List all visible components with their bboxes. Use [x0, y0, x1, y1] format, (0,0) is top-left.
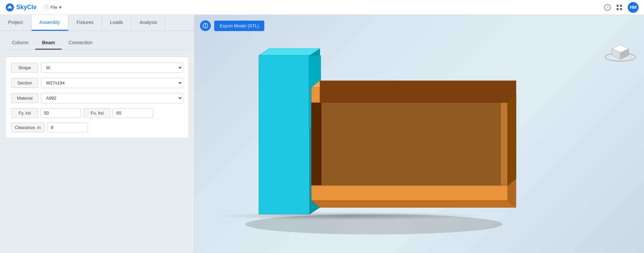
svg-marker-8: [205, 24, 206, 26]
svg-marker-17: [259, 49, 320, 55]
tab-project[interactable]: Project: [0, 15, 31, 31]
tab-loads[interactable]: Loads: [102, 15, 131, 31]
material-row: Material A992 A36 A500: [11, 93, 183, 103]
svg-marker-25: [320, 81, 516, 103]
section-select[interactable]: W27x194 W24x162 W21x132: [41, 78, 183, 88]
compass-button[interactable]: [200, 20, 211, 31]
apps-button[interactable]: [616, 4, 622, 10]
avatar-initials: HM: [630, 5, 637, 10]
tab-fixtures[interactable]: Fixtures: [68, 15, 102, 31]
fy-group: Fy, ksi: [11, 108, 81, 118]
svg-marker-27: [311, 201, 516, 207]
svg-text:?: ?: [606, 5, 608, 9]
shape-row: Shape W S HP C: [11, 62, 183, 73]
sub-tab-connection[interactable]: Connection: [62, 36, 99, 50]
clearance-label: Clearance, in: [11, 123, 45, 132]
file-menu-label: File: [50, 5, 58, 10]
clearance-row: Clearance, in: [11, 123, 183, 132]
material-label: Material: [11, 93, 38, 103]
nav-left: SkyCiv 📄 File ▾: [5, 3, 62, 12]
cube-nav-svg: [603, 35, 637, 69]
clearance-input[interactable]: [47, 123, 88, 132]
sub-tab-bar: Column Beam Connection: [5, 36, 189, 50]
file-icon: 📄: [43, 5, 49, 10]
file-menu[interactable]: 📄 File ▾: [43, 5, 62, 10]
cube-nav-widget[interactable]: [603, 35, 630, 62]
material-select[interactable]: A992 A36 A500: [41, 93, 183, 103]
svg-marker-9: [205, 26, 206, 28]
top-nav: SkyCiv 📄 File ▾ ? HM: [0, 0, 644, 15]
svg-rect-6: [620, 8, 622, 10]
svg-rect-15: [259, 55, 310, 214]
svg-rect-26: [311, 185, 508, 201]
shape-label: Shape: [11, 63, 38, 73]
fy-label: Fy, ksi: [11, 108, 38, 118]
3d-viewport: Export Model (STL): [195, 15, 644, 253]
skyciv-logo-icon: [5, 3, 14, 12]
sub-tab-column[interactable]: Column: [5, 36, 35, 50]
svg-rect-5: [617, 8, 619, 10]
svg-rect-3: [617, 5, 619, 7]
svg-point-14: [245, 214, 503, 234]
logo-text: SkyCiv: [16, 4, 37, 11]
compass-icon: [203, 23, 208, 28]
fu-label: Fu, ksi: [84, 108, 111, 118]
help-button[interactable]: ?: [604, 4, 611, 11]
fy-input[interactable]: [40, 108, 81, 118]
svg-rect-4: [620, 5, 622, 7]
tab-assembly[interactable]: Assembly: [31, 15, 69, 31]
main-tab-bar: Project Assembly Fixtures Loads Analysis: [0, 15, 194, 31]
chevron-down-icon: ▾: [59, 5, 62, 10]
help-circle-icon: ?: [604, 4, 611, 11]
main-layout: Project Assembly Fixtures Loads Analysis…: [0, 15, 644, 253]
fy-fu-row: Fy, ksi Fu, ksi: [11, 108, 183, 118]
3d-model-svg: [222, 28, 526, 238]
shape-select[interactable]: W S HP C: [41, 62, 183, 73]
tab-analysis[interactable]: Analysis: [131, 15, 165, 31]
sub-tab-beam[interactable]: Beam: [35, 36, 62, 50]
section-row: Section W27x194 W24x162 W21x132: [11, 78, 183, 88]
svg-rect-23: [318, 103, 501, 185]
fu-group: Fu, ksi: [84, 108, 153, 118]
user-avatar[interactable]: HM: [628, 2, 639, 13]
beam-form-card: Shape W S HP C Section W27x194 W24x162 W…: [5, 57, 189, 138]
left-panel: Project Assembly Fixtures Loads Analysis…: [0, 15, 195, 253]
fu-input[interactable]: [113, 108, 153, 118]
svg-rect-24: [311, 103, 321, 185]
logo: SkyCiv: [5, 3, 37, 12]
section-label: Section: [11, 78, 38, 88]
content-area: Column Beam Connection Shape W S HP: [0, 31, 194, 253]
grid-icon: [616, 4, 622, 10]
nav-right: ? HM: [604, 2, 639, 13]
svg-marker-29: [508, 94, 516, 185]
